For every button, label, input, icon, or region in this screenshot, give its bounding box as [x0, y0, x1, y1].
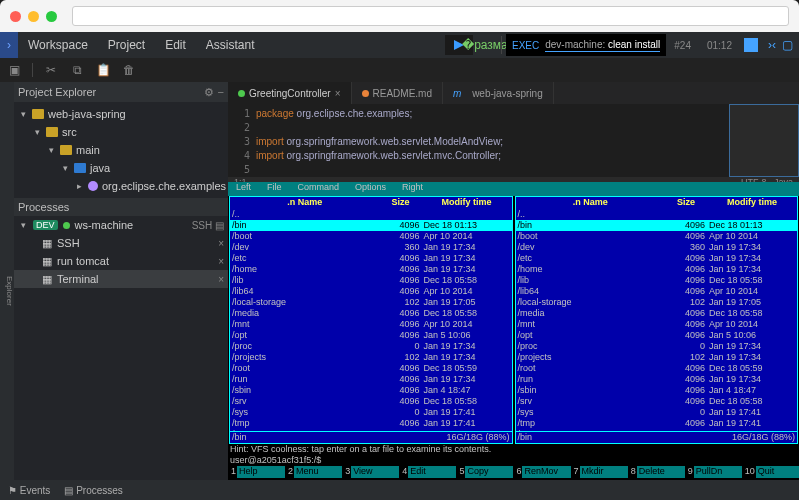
mc-file-row[interactable]: /boot4096Apr 10 2014 [230, 231, 512, 242]
process-machine-row[interactable]: ▾DEVws-machine SSH ▤ [14, 216, 228, 234]
mc-menu-item[interactable]: Options [347, 182, 394, 196]
window-minimize-icon[interactable] [28, 11, 39, 22]
paste-icon[interactable]: 📋 [95, 62, 111, 78]
mc-fkey[interactable]: 3View [342, 466, 399, 478]
url-bar[interactable] [72, 6, 789, 26]
mc-file-row[interactable]: /lib644096Apr 10 2014 [516, 286, 798, 297]
status-processes[interactable]: ▤ Processes [64, 485, 122, 496]
menu-project[interactable]: Project [98, 38, 155, 52]
mc-file-row[interactable]: /opt4096Jan 5 10:06 [516, 330, 798, 341]
close-icon[interactable]: × [335, 88, 341, 99]
editor-tab[interactable]: GreetingController× [228, 82, 352, 104]
ssh-label: SSH ▤ [192, 220, 224, 231]
mc-file-row[interactable]: /media4096Dec 18 05:58 [230, 308, 512, 319]
sidetab-explorer[interactable]: Explorer [5, 276, 14, 306]
terminal-toggle-icon[interactable]: ▢ [782, 38, 793, 52]
mc-fkey[interactable]: 1Help [228, 466, 285, 478]
mc-menu-item[interactable]: Left [228, 182, 259, 196]
mc-fkey[interactable]: 8Delete [628, 466, 685, 478]
process-row-terminal[interactable]: ▦Terminal× [14, 270, 228, 288]
mc-file-row[interactable]: /lib4096Dec 18 05:58 [230, 275, 512, 286]
mc-file-row[interactable]: /bin4096Dec 18 01:13 [230, 220, 512, 231]
cut-icon[interactable]: ✂ [43, 62, 59, 78]
mc-pane[interactable]: .n NameSizeModify time/../bin4096Dec 18 … [229, 196, 513, 444]
close-icon[interactable]: × [218, 274, 224, 285]
code-view[interactable]: package org.eclipse.che.examples; import… [256, 104, 799, 177]
mc-fkey[interactable]: 7Mkdir [571, 466, 628, 478]
mc-fkey[interactable]: 2Menu [285, 466, 342, 478]
tree-row[interactable]: ▸org.eclipse.che.examples [14, 177, 228, 195]
mc-file-row[interactable]: /srv4096Dec 18 05:58 [230, 396, 512, 407]
mc-file-row[interactable]: /sbin4096Jan 4 18:47 [516, 385, 798, 396]
mc-file-row[interactable]: /mnt4096Apr 10 2014 [516, 319, 798, 330]
close-icon[interactable]: × [218, 238, 224, 249]
mc-file-row[interactable]: /srv4096Dec 18 05:58 [516, 396, 798, 407]
menu-edit[interactable]: Edit [155, 38, 196, 52]
menu-assistant[interactable]: Assistant [196, 38, 265, 52]
close-icon[interactable]: × [218, 256, 224, 267]
window-close-icon[interactable] [10, 11, 21, 22]
mc-file-row[interactable]: /proc0Jan 19 17:34 [230, 341, 512, 352]
editor-tab[interactable]: m web-java-spring [443, 82, 554, 104]
debug-icon[interactable]: �разма [473, 35, 497, 55]
copy-icon[interactable]: ⧉ [69, 62, 85, 78]
mc-fkey[interactable]: 10Quit [742, 466, 799, 478]
mc-file-row[interactable]: /boot4096Apr 10 2014 [516, 231, 798, 242]
mc-pane[interactable]: .n NameSizeModify time/../bin4096Dec 18 … [515, 196, 799, 444]
mc-prompt[interactable]: user@a2051acf31f5:/$ [228, 455, 799, 466]
mc-file-row[interactable]: /projects102Jan 19 17:34 [230, 352, 512, 363]
mc-file-row[interactable]: /proc0Jan 19 17:34 [516, 341, 798, 352]
terminal[interactable]: Left File Command Options Right .n NameS… [228, 182, 799, 480]
process-row[interactable]: ▦run tomcat× [14, 252, 228, 270]
process-row[interactable]: ▦SSH× [14, 234, 228, 252]
stop-icon[interactable] [744, 38, 758, 52]
window-zoom-icon[interactable] [46, 11, 57, 22]
mc-file-row[interactable]: /media4096Dec 18 05:58 [516, 308, 798, 319]
tree-row[interactable]: ▾src [14, 123, 228, 141]
mc-file-row[interactable]: /home4096Jan 19 17:34 [230, 264, 512, 275]
mc-fkey[interactable]: 5Copy [456, 466, 513, 478]
panel-toggle-icon[interactable]: ›‹ [768, 38, 776, 52]
mc-file-row[interactable]: /sbin4096Jan 4 18:47 [230, 385, 512, 396]
mc-menu-item[interactable]: File [259, 182, 290, 196]
tree-row[interactable]: ▾web-java-spring [14, 105, 228, 123]
mc-file-row[interactable]: /tmp4096Jan 19 17:41 [230, 418, 512, 429]
delete-icon[interactable]: 🗑 [121, 62, 137, 78]
mc-fkey[interactable]: 6RenMov [513, 466, 570, 478]
mc-file-row[interactable]: /bin4096Dec 18 01:13 [516, 220, 798, 231]
mc-file-row[interactable]: /mnt4096Apr 10 2014 [230, 319, 512, 330]
mc-fkey[interactable]: 9PullDn [685, 466, 742, 478]
tree-row[interactable]: ▾main [14, 141, 228, 159]
mc-file-row[interactable]: /etc4096Jan 19 17:34 [230, 253, 512, 264]
mc-file-row[interactable]: /sys0Jan 19 17:41 [516, 407, 798, 418]
mc-file-row[interactable]: /run4096Jan 19 17:34 [516, 374, 798, 385]
mc-file-row[interactable]: /run4096Jan 19 17:34 [230, 374, 512, 385]
mc-file-row[interactable]: /lib644096Apr 10 2014 [230, 286, 512, 297]
tree-row[interactable]: ▾java [14, 159, 228, 177]
mc-file-row[interactable]: /sys0Jan 19 17:41 [230, 407, 512, 418]
mc-file-row[interactable]: /dev360Jan 19 17:34 [230, 242, 512, 253]
mc-file-row[interactable]: /local-storage102Jan 19 17:05 [516, 297, 798, 308]
mc-file-row[interactable]: /lib4096Dec 18 05:58 [516, 275, 798, 286]
mc-file-row[interactable]: /home4096Jan 19 17:34 [516, 264, 798, 275]
new-file-icon[interactable]: ▣ [6, 62, 22, 78]
status-events[interactable]: ⚑ Events [8, 485, 50, 496]
mc-menu-item[interactable]: Command [290, 182, 348, 196]
explorer-settings-icon[interactable]: ⚙ [204, 86, 214, 99]
mc-file-row[interactable]: /root4096Dec 18 05:59 [230, 363, 512, 374]
editor-tab[interactable]: README.md [352, 82, 443, 104]
mc-file-row[interactable]: /opt4096Jan 5 10:06 [230, 330, 512, 341]
exec-command-box[interactable]: EXEC dev-machine: clean install [506, 34, 666, 56]
minimap[interactable] [729, 104, 799, 177]
mc-file-row[interactable]: /etc4096Jan 19 17:34 [516, 253, 798, 264]
app-menu-icon[interactable]: › [0, 32, 18, 58]
mc-file-row[interactable]: /root4096Dec 18 05:59 [516, 363, 798, 374]
mc-fkey[interactable]: 4Edit [399, 466, 456, 478]
mc-menu-item[interactable]: Right [394, 182, 431, 196]
mc-file-row[interactable]: /tmp4096Jan 19 17:41 [516, 418, 798, 429]
mc-file-row[interactable]: /projects102Jan 19 17:34 [516, 352, 798, 363]
mc-file-row[interactable]: /local-storage102Jan 19 17:05 [230, 297, 512, 308]
explorer-minimize-icon[interactable]: − [218, 86, 224, 99]
mc-file-row[interactable]: /dev360Jan 19 17:34 [516, 242, 798, 253]
menu-workspace[interactable]: Workspace [18, 38, 98, 52]
